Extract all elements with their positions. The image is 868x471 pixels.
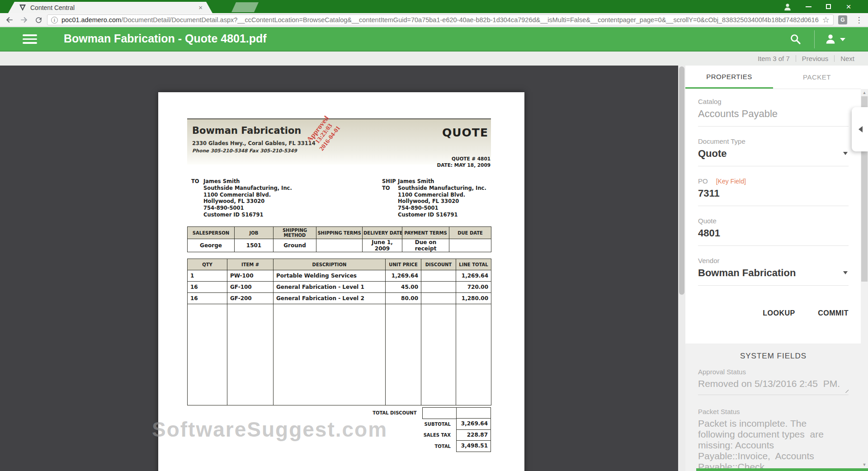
po-input[interactable]: 7311: [698, 188, 849, 206]
vendor-label: Vendor: [698, 257, 849, 265]
search-icon[interactable]: [789, 33, 802, 45]
chevron-left-icon: [855, 126, 863, 132]
browser-toolbar: i poc01.ademero.com/DocumentDetail/Docum…: [0, 13, 868, 27]
quote-field: Quote 4801: [698, 217, 849, 246]
catalog-value[interactable]: Accounts Payable: [698, 108, 849, 127]
table-row: George 1501 Ground June 1, 2009 Due on r…: [188, 239, 491, 252]
ship-to-address: James SmithSouthside Manufacturing, Inc.…: [398, 178, 486, 218]
po-field: PO[Key Field] 7311: [698, 177, 849, 206]
hamburger-menu-icon[interactable]: [23, 34, 37, 46]
pager-divider: [796, 55, 796, 62]
extension-icon[interactable]: G: [838, 15, 847, 24]
company-address: 2330 Glades Hwy., Coral Gables, FL 33114: [192, 140, 316, 146]
catalog-label: Catalog: [698, 98, 849, 106]
pdf-page: Bowman Fabrication 2330 Glades Hwy., Cor…: [158, 92, 524, 471]
to-label: TO: [191, 178, 199, 185]
app-header: Bowman Fabrication - Quote 4801.pdf: [0, 27, 868, 52]
resize-grip-icon[interactable]: [844, 388, 849, 393]
line-items-table: QTY ITEM # DESCRIPTION UNIT PRICE DISCOU…: [187, 259, 491, 405]
approval-status-value[interactable]: Removed on 5/13/2016 2:45 PM.: [698, 378, 849, 395]
quote-meta: QUOTE # 4801 DATE: MAY 18, 2009: [437, 155, 491, 168]
total-discount-amount-cell: [456, 407, 491, 419]
document-type-label: Document Type: [698, 137, 849, 146]
company-name: Bowman Fabrication: [192, 125, 301, 136]
tab-packet[interactable]: PACKET: [773, 66, 861, 89]
reload-icon[interactable]: [33, 14, 44, 25]
page-title: Bowman Fabrication - Quote 4801.pdf: [64, 32, 267, 45]
browser-menu-icon[interactable]: ⋮: [854, 14, 863, 25]
user-icon: [825, 33, 836, 45]
catalog-field: Catalog Accounts Payable: [698, 98, 849, 127]
next-button[interactable]: Next: [840, 55, 854, 62]
company-phone: Phone 305-210-5348 Fax 305-210-5349: [192, 148, 297, 153]
total-discount-label: TOTAL DISCOUNT: [373, 410, 416, 415]
viewer-scrollbar-thumb[interactable]: [679, 66, 684, 295]
approval-status-label: Approval Status: [698, 368, 849, 377]
window-maximize-button[interactable]: [821, 0, 836, 13]
panel-collapse-handle[interactable]: [852, 107, 868, 151]
table-row: 16 GF-200 General Fabrication - Level 2 …: [188, 293, 491, 304]
document-type-field: Document Type Quote: [698, 137, 849, 166]
document-type-select[interactable]: Quote: [698, 148, 849, 166]
viewer-scrollbar[interactable]: [678, 66, 685, 471]
table-row: 16 GF-100 General Fabrication - Level 1 …: [188, 282, 491, 293]
panel-footer-bar: [696, 468, 868, 471]
chevron-down-icon[interactable]: [843, 152, 848, 157]
browser-tab[interactable]: Content Central ×: [8, 2, 212, 13]
item-count-label: Item 3 of 7: [758, 55, 790, 62]
window-minimize-button[interactable]: [801, 0, 816, 13]
lookup-button[interactable]: LOOKUP: [763, 309, 795, 317]
packet-status-value[interactable]: Packet is incomplete. The following docu…: [698, 418, 849, 471]
scroll-down-icon[interactable]: ▼: [861, 461, 868, 468]
chevron-down-icon[interactable]: [843, 271, 848, 277]
total-discount-cell: [422, 407, 457, 419]
po-label: PO[Key Field]: [698, 177, 849, 186]
quote-date: DATE: MAY 18, 2009: [437, 162, 491, 168]
tab-properties[interactable]: PROPERTIES: [685, 66, 773, 89]
total-value: 3,498.51: [456, 440, 491, 452]
pager-bar: Item 3 of 7 Previous Next: [0, 52, 868, 66]
scroll-up-icon[interactable]: ▲: [861, 89, 868, 96]
previous-button[interactable]: Previous: [802, 55, 828, 62]
commit-button[interactable]: COMMIT: [818, 309, 849, 317]
vendor-field: Vendor Bowman Fabrication: [698, 257, 849, 286]
user-menu[interactable]: [825, 33, 845, 45]
quote-number: QUOTE # 4801: [437, 155, 491, 162]
packet-status-field: Packet Status Packet is incomplete. The …: [698, 408, 849, 471]
packet-status-label: Packet Status: [698, 408, 849, 416]
pager-divider: [834, 55, 835, 62]
table-row: 1 PW-100 Portable Welding Services 1,269…: [188, 270, 491, 282]
properties-panel: PROPERTIES PACKET Catalog Accounts Payab…: [685, 66, 868, 471]
system-fields-section: SYSTEM FIELDS Approval Status Removed on…: [685, 344, 861, 471]
to-address: James SmithSouthside Manufacturing, Inc.…: [203, 178, 292, 218]
new-tab-button[interactable]: [231, 2, 259, 12]
window-close-button[interactable]: ×: [841, 0, 856, 13]
vendor-select[interactable]: Bowman Fabrication: [698, 267, 849, 286]
sales-tax-value: 228.87: [456, 429, 491, 441]
browser-profile-icon[interactable]: [780, 0, 795, 13]
favicon-icon: [19, 4, 26, 11]
page-info-icon[interactable]: i: [51, 17, 58, 24]
forward-icon[interactable]: [18, 14, 30, 25]
shipping-table: SALESPERSON JOB SHIPPING METHOD SHIPPING…: [187, 226, 491, 252]
tab-title: Content Central: [30, 4, 75, 11]
browser-tab-bar: Content Central × ×: [0, 0, 868, 13]
sales-tax-label: SALES TAX: [424, 433, 451, 438]
url-text: poc01.ademero.com/DocumentDetail/Documen…: [61, 16, 819, 24]
address-bar[interactable]: i poc01.ademero.com/DocumentDetail/Docum…: [47, 14, 834, 25]
subtotal-value: 3,269.64: [456, 418, 491, 430]
header-divider: [814, 30, 815, 48]
chevron-down-icon: [840, 38, 845, 44]
watermark: SoftwareSuggest.com: [152, 417, 387, 442]
ship-to-label: SHIP TO: [382, 178, 397, 192]
system-fields-title: SYSTEM FIELDS: [698, 352, 849, 361]
quote-input[interactable]: 4801: [698, 227, 849, 246]
subtotal-label: SUBTOTAL: [425, 422, 451, 427]
bookmark-star-icon[interactable]: ☆: [822, 15, 830, 25]
key-field-badge: [Key Field]: [716, 178, 746, 185]
document-viewer: Bowman Fabrication 2330 Glades Hwy., Cor…: [0, 66, 678, 471]
quote-label: Quote: [698, 217, 849, 226]
approval-status-field: Approval Status Removed on 5/13/2016 2:4…: [698, 368, 849, 395]
tab-close-icon[interactable]: ×: [198, 4, 203, 11]
back-icon[interactable]: [4, 14, 15, 25]
